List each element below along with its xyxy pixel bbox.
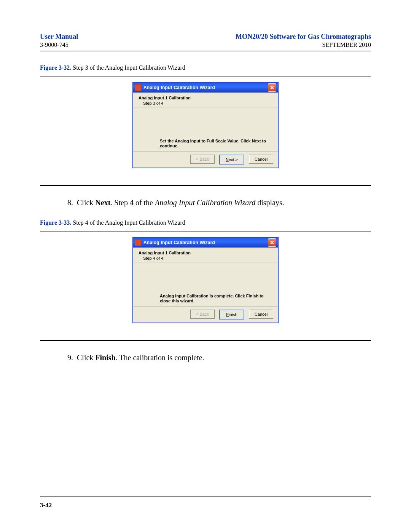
header-rule [40,51,371,51]
wizard-dialog-step4: Analog Input Calibration Wizard Analog I… [132,237,279,323]
titlebar: Analog Input Calibration Wizard [133,83,278,93]
cancel-button[interactable]: Cancel [249,155,273,164]
titlebar: Analog Input Calibration Wizard [133,238,278,248]
wizard-header: Analog Input 1 Calibration Step 4 of 4 [133,248,278,262]
wizard-header: Analog Input 1 Calibration Step 3 of 4 [133,93,278,107]
window-title: Analog Input Calibration Wizard [143,85,215,90]
figure-rule-bottom [40,185,371,186]
wizard-step: Step 4 of 4 [143,256,272,260]
doc-date: SEPTEMBER 2010 [322,42,371,48]
wizard-message: Analog Input Calibration is complete. Cl… [160,294,272,304]
wizard-message: Set the Analog Input to Full Scale Value… [160,139,272,149]
finish-button[interactable]: Finish [219,310,244,320]
close-button[interactable] [268,83,276,92]
figure-32-image: Analog Input Calibration Wizard Analog I… [40,77,371,176]
app-icon [135,239,142,246]
figure-caption-33: Figure 3-33. Step 4 of the Analog Input … [40,219,371,226]
figure-label: Figure 3-32. [40,64,71,71]
wizard-dialog-step3: Analog Input Calibration Wizard Analog I… [132,82,279,168]
window-title: Analog Input Calibration Wizard [143,240,215,245]
close-button[interactable] [268,238,276,247]
close-icon [270,241,274,244]
wizard-footer: < Back Next > Cancel [133,151,278,168]
page-footer: 3-42 [40,496,371,509]
wizard-footer: < Back Finish Cancel [133,306,278,323]
page-number: 3-42 [40,502,371,509]
step-9-text: 9. Click Finish. The calibration is comp… [67,352,371,363]
step-8-text: 8. Click Next. Step 4 of the Analog Inpu… [67,197,371,208]
back-button: < Back [190,155,215,164]
figure-rule-bottom [40,340,371,341]
footer-rule [40,496,371,497]
wizard-heading: Analog Input 1 Calibration [139,251,272,255]
figure-desc: Step 3 of the Analog Input Calibration W… [73,64,185,71]
figure-desc: Step 4 of the Analog Input Calibration W… [73,219,185,226]
running-header: User Manual MON20/20 Software for Gas Ch… [40,33,371,41]
wizard-heading: Analog Input 1 Calibration [139,96,272,100]
wizard-body: Set the Analog Input to Full Scale Value… [133,107,278,151]
cancel-button[interactable]: Cancel [249,310,273,319]
figure-label: Figure 3-33. [40,219,71,226]
header-left: User Manual [40,33,78,41]
figure-33-image: Analog Input Calibration Wizard Analog I… [40,232,371,331]
figure-caption-32: Figure 3-32. Step 3 of the Analog Input … [40,64,371,71]
next-button[interactable]: Next > [219,155,244,165]
running-subheader: 3-9000-745 SEPTEMBER 2010 [40,42,371,48]
header-right: MON20/20 Software for Gas Chromatographs [236,33,371,41]
doc-number: 3-9000-745 [40,42,68,48]
wizard-step: Step 3 of 4 [143,101,272,105]
app-icon [135,84,142,91]
wizard-body: Analog Input Calibration is complete. Cl… [133,262,278,306]
back-button: < Back [190,310,215,319]
close-icon [270,86,274,89]
